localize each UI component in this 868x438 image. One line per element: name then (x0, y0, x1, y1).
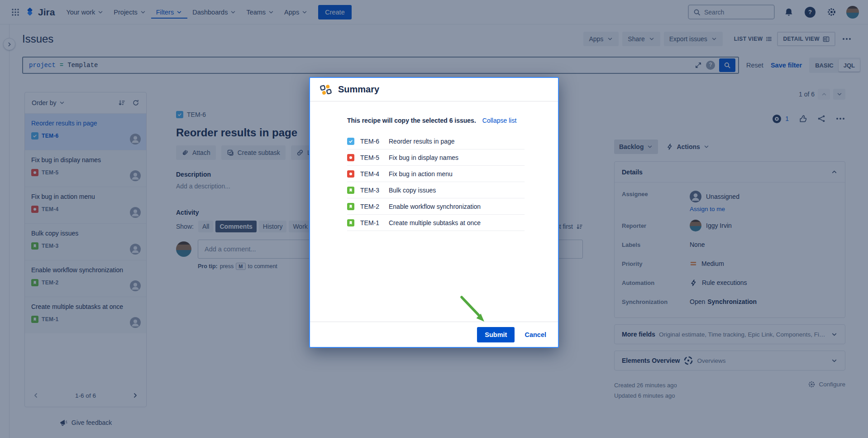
dialog-title: Summary (338, 84, 379, 95)
selected-issue-row: TEM-6 Reorder results in page (347, 133, 525, 149)
collapse-list-link[interactable]: Collapse list (482, 117, 516, 124)
selected-issue-row: TEM-3 Bulk copy issues (347, 182, 525, 198)
summary-dialog: Summary This recipe will copy the select… (309, 77, 559, 348)
bug-type-icon (347, 170, 354, 178)
summary-dialog-body: This recipe will copy the selected 6 iss… (310, 101, 558, 231)
submit-button[interactable]: Submit (477, 327, 515, 342)
summary-dialog-header: Summary (310, 78, 558, 101)
summary-dialog-footer: Submit Cancel (310, 322, 558, 347)
task-type-icon (347, 138, 354, 145)
selected-issue-row: TEM-2 Enable workflow synchronization (347, 198, 525, 215)
app-logo-icon (320, 84, 332, 96)
story-type-icon (347, 219, 354, 226)
selected-issue-row: TEM-1 Create multiple subtasks at once (347, 215, 525, 231)
selected-issue-row: TEM-4 Fix bug in action menu (347, 166, 525, 182)
jira-app: Jira Your work Projects Filters Dashboar… (0, 0, 868, 438)
annotation-arrow (458, 295, 490, 327)
cancel-button[interactable]: Cancel (525, 331, 546, 338)
selected-issues-list: TEM-6 Reorder results in page TEM-5 Fix … (347, 133, 525, 231)
story-type-icon (347, 187, 354, 194)
story-type-icon (347, 203, 354, 210)
selected-issue-row: TEM-5 Fix bug in display names (347, 149, 525, 166)
recipe-summary-text: This recipe will copy the selected 6 iss… (347, 117, 476, 124)
bug-type-icon (347, 154, 354, 161)
